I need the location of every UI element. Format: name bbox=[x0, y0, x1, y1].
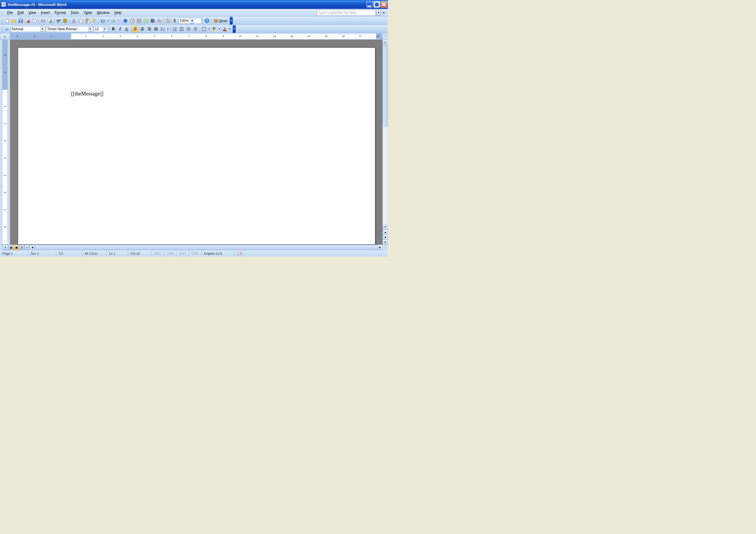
maximize-button[interactable] bbox=[373, 1, 380, 8]
highlight-button[interactable] bbox=[211, 26, 218, 32]
status-ovr[interactable]: OVR bbox=[189, 250, 202, 256]
select-browse-object-button[interactable]: ● bbox=[383, 234, 388, 240]
status-rec[interactable]: REC bbox=[152, 250, 164, 256]
borders-button[interactable] bbox=[201, 26, 207, 32]
grip-icon[interactable] bbox=[1, 18, 3, 24]
style-combo[interactable]: Normal▼ bbox=[11, 26, 46, 32]
menu-table[interactable]: Table bbox=[81, 10, 94, 16]
copy-button[interactable] bbox=[77, 17, 84, 24]
status-page[interactable]: Page 1 bbox=[0, 250, 28, 256]
menu-insert[interactable]: Insert bbox=[39, 10, 52, 16]
status-column[interactable]: Col 15 bbox=[128, 250, 152, 256]
menu-window[interactable]: Window bbox=[94, 10, 112, 16]
tab-selector[interactable]: L bbox=[0, 33, 10, 40]
print-button[interactable] bbox=[40, 17, 46, 24]
horizontal-scrollbar[interactable]: ◀ ▶ bbox=[30, 245, 383, 250]
normal-view-button[interactable]: ≡ bbox=[3, 245, 8, 250]
document-content[interactable]: [[theMessage]] bbox=[71, 91, 375, 97]
status-language[interactable]: English (U.S bbox=[202, 250, 234, 256]
cut-button[interactable] bbox=[70, 17, 77, 24]
next-page-button[interactable]: ▾ bbox=[383, 240, 388, 245]
status-trk[interactable]: TRK bbox=[164, 250, 177, 256]
scroll-up-button[interactable]: ▲ bbox=[383, 40, 388, 45]
highlight-dropdown[interactable]: ▼ bbox=[218, 26, 221, 32]
align-right-button[interactable] bbox=[146, 26, 152, 32]
font-color-dropdown[interactable]: ▼ bbox=[228, 26, 231, 32]
tables-borders-button[interactable] bbox=[129, 17, 135, 24]
undo-button[interactable] bbox=[100, 17, 106, 24]
hyperlink-button[interactable] bbox=[122, 17, 129, 24]
outline-view-button[interactable]: ☰ bbox=[19, 245, 24, 250]
bold-button[interactable]: B bbox=[110, 26, 117, 32]
spelling-button[interactable]: ABC bbox=[55, 17, 62, 24]
scroll-left-button[interactable]: ◀ bbox=[30, 245, 35, 250]
menu-view[interactable]: View bbox=[26, 10, 39, 16]
undo-dropdown[interactable]: ▼ bbox=[106, 17, 110, 24]
permission-button[interactable] bbox=[24, 17, 31, 24]
help-search-input[interactable]: Type a question for help bbox=[317, 10, 376, 16]
horizontal-ruler[interactable]: 3 2 1 1 2 3 4 5 6 7 8 9 10 11 12 13 14 1… bbox=[10, 33, 383, 40]
status-spelling-icon[interactable] bbox=[234, 250, 246, 256]
decrease-indent-button[interactable] bbox=[185, 26, 192, 32]
align-left-button[interactable] bbox=[132, 26, 139, 32]
redo-button[interactable] bbox=[110, 17, 117, 24]
numbering-button[interactable]: 123 bbox=[172, 26, 178, 32]
line-spacing-button[interactable] bbox=[159, 26, 166, 32]
menu-tools[interactable]: Tools bbox=[68, 10, 81, 16]
previous-page-button[interactable]: ▴ bbox=[383, 229, 388, 234]
underline-button[interactable]: U bbox=[123, 26, 130, 32]
font-combo[interactable]: Times New Roman▼ bbox=[46, 26, 94, 32]
document-map-button[interactable] bbox=[165, 17, 171, 24]
read-button[interactable]: Read bbox=[212, 17, 229, 24]
menu-edit[interactable]: Edit bbox=[15, 10, 26, 16]
help-button[interactable]: ? bbox=[204, 17, 210, 24]
menu-format[interactable]: Format bbox=[52, 10, 68, 16]
scroll-right-button[interactable]: ▶ bbox=[377, 245, 383, 250]
toolbar-options-button[interactable]: ▼ bbox=[230, 17, 233, 25]
columns-button[interactable] bbox=[149, 17, 156, 24]
page[interactable]: [[theMessage]] bbox=[18, 47, 375, 245]
status-at[interactable]: At 2.5cm bbox=[82, 250, 107, 256]
italic-button[interactable]: I bbox=[117, 26, 123, 32]
minimize-button[interactable] bbox=[366, 1, 373, 8]
vertical-scrollbar[interactable]: ▲ ▼ ▴ ● ▾ bbox=[383, 40, 388, 245]
help-dropdown-button[interactable]: ▼ bbox=[376, 10, 381, 16]
status-section[interactable]: Sec 1 bbox=[28, 250, 56, 256]
drawing-button[interactable] bbox=[156, 17, 163, 24]
print-layout-view-button[interactable]: ▣ bbox=[14, 245, 19, 250]
justify-button[interactable] bbox=[153, 26, 159, 32]
hscroll-track[interactable] bbox=[35, 245, 377, 250]
show-hide-button[interactable]: ¶ bbox=[172, 17, 178, 24]
toolbar-options-button[interactable]: ▼ bbox=[233, 25, 236, 33]
grip-icon[interactable] bbox=[1, 26, 3, 32]
borders-dropdown[interactable]: ▼ bbox=[207, 26, 211, 32]
line-spacing-dropdown[interactable]: ▼ bbox=[166, 26, 170, 32]
insert-table-button[interactable] bbox=[136, 17, 142, 24]
vertical-ruler[interactable]: 2 1 1 2 3 4 5 6 7 8 bbox=[0, 40, 10, 245]
scroll-down-button[interactable]: ▼ bbox=[383, 225, 388, 229]
document-canvas[interactable]: [[theMessage]] bbox=[10, 40, 383, 245]
styles-pane-button[interactable]: A4 bbox=[4, 26, 11, 32]
zoom-combo[interactable]: 100%▼ bbox=[178, 18, 202, 24]
status-ext[interactable]: EXT bbox=[177, 250, 189, 256]
menu-file[interactable]: File bbox=[5, 10, 15, 16]
bullets-button[interactable] bbox=[178, 26, 185, 32]
font-color-button[interactable]: A bbox=[222, 26, 228, 32]
menu-help[interactable]: Help bbox=[112, 10, 124, 16]
scroll-track[interactable] bbox=[383, 127, 388, 225]
open-button[interactable] bbox=[11, 17, 17, 24]
paste-button[interactable] bbox=[84, 17, 91, 24]
increase-indent-button[interactable] bbox=[192, 26, 199, 32]
status-line[interactable]: Ln 1 bbox=[107, 250, 128, 256]
close-button[interactable] bbox=[381, 1, 387, 8]
insert-worksheet-button[interactable] bbox=[143, 17, 149, 24]
align-center-button[interactable] bbox=[139, 26, 146, 32]
email-button[interactable] bbox=[31, 17, 38, 24]
save-button[interactable] bbox=[17, 17, 24, 24]
format-painter-button[interactable] bbox=[91, 17, 97, 24]
new-document-button[interactable] bbox=[4, 17, 11, 24]
redo-dropdown[interactable]: ▼ bbox=[117, 17, 120, 24]
reading-layout-view-button[interactable]: ▭ bbox=[24, 245, 30, 250]
hscroll-thumb[interactable] bbox=[35, 245, 377, 250]
font-size-combo[interactable]: 12▼ bbox=[94, 26, 108, 32]
